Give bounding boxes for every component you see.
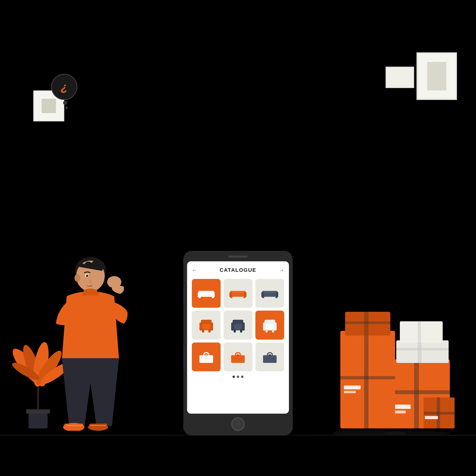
svg-rect-32 [229,292,232,297]
grid-item-sofa-white[interactable] [192,279,221,308]
wall-frame-right-large [416,52,457,100]
svg-rect-88 [425,416,438,419]
svg-rect-53 [264,320,275,324]
svg-rect-23 [199,291,214,293]
svg-rect-80 [396,340,449,363]
svg-rect-29 [230,291,246,293]
svg-rect-41 [201,320,212,324]
svg-rect-14 [64,424,83,429]
svg-rect-79 [345,321,390,324]
grid-item-bag-orange[interactable] [223,342,252,371]
grid-item-sofa-dark[interactable] [255,279,284,308]
svg-rect-45 [208,329,211,333]
tablet-screen: ← CATALOGUE → [187,261,289,414]
tablet-home-button[interactable] [231,417,245,431]
grid-item-chair-white[interactable] [255,311,284,340]
bubble-dot-large [63,101,67,105]
question-mark-icon: ¿ [61,81,68,94]
svg-point-21 [86,275,88,277]
dot-1[interactable] [233,375,235,378]
svg-rect-57 [272,329,274,333]
svg-rect-51 [240,329,242,333]
person-illustration [43,245,162,436]
svg-rect-76 [344,391,356,393]
nav-back-button[interactable]: ← [192,267,197,273]
svg-rect-38 [261,292,264,297]
tablet-device: ← CATALOGUE → [183,251,293,436]
nav-forward-button[interactable]: → [279,267,284,273]
svg-point-16 [88,424,108,431]
dot-2[interactable] [237,375,239,378]
svg-rect-56 [265,329,268,333]
grid-item-chair-orange[interactable] [192,311,221,340]
svg-rect-40 [201,323,212,330]
svg-point-90 [383,431,450,436]
tablet-header: ← CATALOGUE → [192,267,284,273]
frame-right-inner-large [427,62,446,90]
svg-rect-87 [424,412,455,415]
tablet-body: ← CATALOGUE → [183,251,293,436]
svg-rect-44 [202,329,204,333]
grid-item-sofa-orange[interactable] [223,279,252,308]
svg-rect-43 [210,323,213,331]
svg-rect-84 [418,321,421,343]
svg-rect-26 [198,292,200,297]
svg-rect-66 [269,354,271,357]
svg-rect-46 [233,323,243,330]
svg-rect-39 [276,292,278,297]
svg-rect-54 [263,323,266,331]
svg-rect-52 [264,323,275,330]
tablet-notch [228,255,248,257]
catalogue-title: CATALOGUE [220,267,256,273]
svg-rect-55 [273,323,276,331]
svg-rect-83 [400,321,443,343]
svg-rect-69 [388,390,450,394]
svg-rect-47 [233,320,243,324]
svg-rect-82 [396,348,449,350]
grid-item-bag-white[interactable] [192,342,221,371]
svg-rect-63 [237,354,239,357]
svg-rect-42 [200,323,203,331]
svg-rect-73 [364,331,368,428]
dot-3[interactable] [241,375,243,378]
svg-rect-75 [344,386,360,389]
svg-rect-60 [205,354,207,357]
svg-rect-35 [262,291,277,293]
svg-rect-48 [231,323,234,331]
svg-rect-74 [340,376,395,379]
svg-rect-27 [212,292,215,297]
grid-item-bag-dark[interactable] [255,342,284,371]
bubble-dot-small [66,107,68,109]
grid-item-chair-dark[interactable] [223,311,252,340]
svg-rect-50 [234,329,236,333]
wall-frame-right-small [386,67,414,88]
product-grid [192,279,284,371]
svg-rect-49 [242,323,245,331]
svg-point-19 [74,274,80,282]
thought-bubble: ¿ [51,74,80,102]
svg-rect-33 [244,292,247,297]
page-dots [192,375,284,378]
svg-rect-81 [418,340,422,363]
shipping-boxes [333,288,457,436]
